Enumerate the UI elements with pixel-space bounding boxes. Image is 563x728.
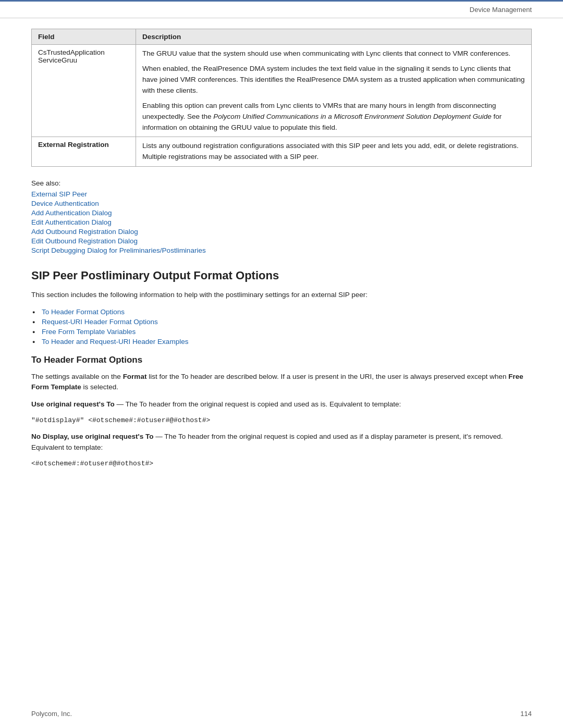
list-item: Add Authentication Dialog	[31, 209, 532, 217]
description-cell: The GRUU value that the system should us…	[136, 45, 532, 137]
list-item: To Header Format Options	[42, 308, 532, 316]
link-edit-outbound-reg[interactable]: Edit Outbound Registration Dialog	[31, 237, 138, 245]
link-external-sip-peer[interactable]: External SIP Peer	[31, 190, 87, 198]
field-description-table: Field Description CsTrustedApplicationSe…	[31, 29, 532, 167]
page-container: Device Management Field Description CsTr…	[0, 0, 563, 728]
list-item: Device Authentication	[31, 200, 532, 207]
no-display-bold: No Display, use original request's To	[31, 433, 154, 440]
header-bar: Device Management	[0, 0, 563, 18]
header-title: Device Management	[470, 6, 532, 14]
link-edit-auth-dialog[interactable]: Edit Authentication Dialog	[31, 218, 112, 226]
to-header-intro: The settings available on the Format lis…	[31, 372, 532, 393]
list-item: Script Debugging Dialog for Preliminarie…	[31, 246, 532, 254]
list-item: Edit Authentication Dialog	[31, 218, 532, 226]
see-also-label: See also:	[31, 179, 532, 187]
list-item: Add Outbound Registration Dialog	[31, 228, 532, 236]
table-row: CsTrustedApplicationServiceGruu The GRUU…	[32, 45, 532, 137]
link-script-debugging[interactable]: Script Debugging Dialog for Preliminarie…	[31, 246, 206, 254]
link-add-auth-dialog[interactable]: Add Authentication Dialog	[31, 209, 112, 217]
link-request-uri-header[interactable]: Request-URI Header Format Options	[42, 318, 158, 326]
list-item: External SIP Peer	[31, 190, 532, 198]
use-original-bold: Use original request's To	[31, 400, 115, 408]
list-item: Request-URI Header Format Options	[42, 318, 532, 326]
subsection-heading-to-header: To Header Format Options	[31, 355, 532, 365]
field-cell: CsTrustedApplicationServiceGruu	[32, 45, 136, 137]
col-description: Description	[136, 29, 532, 45]
no-display-para: No Display, use original request's To — …	[31, 431, 532, 453]
code-block-2: <#otscheme#:#otuser#@#othost#>	[31, 460, 532, 467]
table-row: External Registration Lists any outbound…	[32, 137, 532, 167]
section-intro: This section includes the following info…	[31, 290, 532, 300]
see-also-links: External SIP Peer Device Authentication …	[31, 190, 532, 254]
list-item: Free Form Template Variables	[42, 328, 532, 336]
field-cell-external: External Registration	[32, 137, 136, 167]
desc-para-1: The GRUU value that the system should us…	[142, 48, 525, 59]
link-free-form-template[interactable]: Free Form Template Variables	[42, 328, 136, 336]
link-to-header-examples[interactable]: To Header and Request-URI Header Example…	[42, 338, 188, 346]
see-also-section: See also: External SIP Peer Device Authe…	[31, 179, 532, 254]
code-block-1: "#otdisplay#" <#otscheme#:#otuser#@#otho…	[31, 416, 532, 424]
footer-left: Polycom, Inc.	[31, 710, 72, 718]
bullet-list: To Header Format Options Request-URI Hea…	[31, 308, 532, 346]
desc-para-2: When enabled, the RealPresence DMA syste…	[142, 64, 525, 96]
footer: Polycom, Inc. 114	[31, 710, 532, 718]
link-device-authentication[interactable]: Device Authentication	[31, 200, 99, 207]
list-item: To Header and Request-URI Header Example…	[42, 338, 532, 346]
format-bold: Format	[123, 373, 147, 380]
link-add-outbound-reg[interactable]: Add Outbound Registration Dialog	[31, 228, 138, 236]
free-form-bold: Free Form Template	[31, 373, 523, 391]
desc-para-3: Enabling this option can prevent calls f…	[142, 101, 525, 133]
col-field: Field	[32, 29, 136, 45]
description-cell-external: Lists any outbound registration configur…	[136, 137, 532, 167]
use-original-para: Use original request's To — The To heade…	[31, 399, 532, 410]
section-heading: SIP Peer Postliminary Output Format Opti…	[31, 269, 532, 282]
footer-right: 114	[520, 710, 532, 718]
main-content: Field Description CsTrustedApplicationSe…	[0, 29, 563, 506]
list-item: Edit Outbound Registration Dialog	[31, 237, 532, 245]
link-to-header-format[interactable]: To Header Format Options	[42, 308, 125, 316]
